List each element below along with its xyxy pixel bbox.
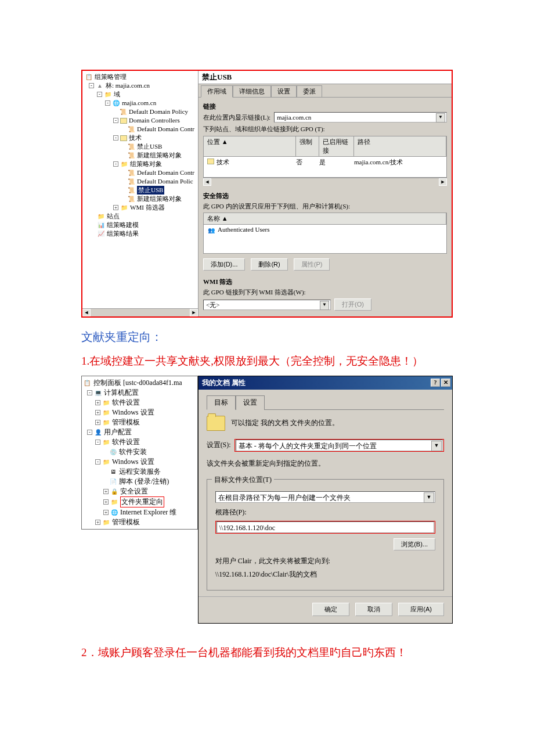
tree-ddc[interactable]: 📜Default Domain Contr	[84, 125, 198, 134]
node-scripts[interactable]: 📄脚本 (登录/注销)	[82, 477, 197, 487]
tree-modeling[interactable]: 📊组策略建模	[84, 221, 198, 229]
expand-icon[interactable]: +	[113, 205, 118, 210]
gpmc-tree-pane[interactable]: 📋组策略管理 -▲林: majia.com.cn -📁域 -🌐majia.com…	[82, 71, 199, 316]
col-name[interactable]: 名称 ▲	[204, 213, 446, 224]
tab-settings[interactable]: 设置	[271, 85, 297, 97]
tab-target[interactable]: 目标	[207, 395, 236, 410]
node-remote[interactable]: 🖥远程安装服务	[82, 467, 197, 477]
list-row[interactable]: 技术 否 是 majia.com.cn/技术	[204, 157, 446, 168]
tab-settings[interactable]: 设置	[236, 395, 265, 410]
tree-dc[interactable]: -Domain Controllers	[84, 116, 198, 125]
help-button[interactable]: ?	[431, 379, 440, 387]
links-section-title: 链接	[203, 102, 447, 111]
target-location-dropdown[interactable]: 在根目录路径下为每一用户创建一个文件夹	[215, 491, 435, 503]
remove-button[interactable]: 删除(R)	[251, 258, 287, 271]
folder-icon: 📁	[110, 498, 118, 506]
tree-results[interactable]: 📈组策略结果	[84, 229, 198, 238]
tree-forest[interactable]: -▲林: majia.com.cn	[84, 81, 198, 90]
users-icon: 👥	[207, 226, 215, 234]
tree-tech[interactable]: -技术	[84, 134, 198, 142]
col-enforced[interactable]: 强制	[296, 136, 319, 156]
dialog-tabs: 目标 设置	[207, 395, 444, 410]
browse-button[interactable]: 浏览(B)...	[394, 538, 435, 550]
tree-domain[interactable]: -🌐majia.com.cn	[84, 99, 198, 107]
ou-icon	[207, 159, 214, 164]
gpo-icon: 📜	[119, 108, 127, 116]
tree-sites[interactable]: 📁站点	[84, 212, 198, 221]
links-list-header[interactable]: 位置 ▲ 强制 已启用链接 路径	[203, 136, 447, 157]
add-button[interactable]: 添加(D)...	[203, 258, 245, 271]
node-admin[interactable]: +📁管理模板	[82, 417, 197, 427]
apply-button[interactable]: 应用(A)	[398, 603, 444, 616]
tab-scope[interactable]: 作用域	[201, 85, 233, 98]
wmi-dropdown[interactable]: <无>	[203, 300, 331, 310]
ou-icon	[120, 118, 127, 124]
tree-newgpo2[interactable]: 📜新建组策略对象	[84, 195, 198, 203]
lock-icon: 🔒	[110, 487, 118, 495]
col-enabled[interactable]: 已启用链接	[319, 136, 354, 156]
folder-icon: 📁	[102, 418, 110, 426]
computer-icon: 💻	[94, 388, 102, 397]
gpmc-window: 📋组策略管理 -▲林: majia.com.cn -📁域 -🌐majia.com…	[81, 70, 453, 318]
collapse-icon[interactable]: -	[113, 161, 118, 167]
collapse-icon[interactable]: -	[89, 83, 94, 88]
console-icon: 📋	[83, 379, 91, 387]
collapse-icon[interactable]: -	[97, 92, 102, 97]
node-user-config[interactable]: -👤用户配置	[82, 427, 197, 437]
node-folder-redir[interactable]: +📁文件夹重定向	[82, 496, 197, 507]
col-location[interactable]: 位置 ▲	[204, 136, 296, 156]
node-software[interactable]: +📁软件设置	[82, 398, 197, 408]
node-soft-install[interactable]: 💿软件安装	[82, 447, 197, 457]
tree-scrollbar[interactable]: ◄►	[82, 308, 198, 316]
tree-newgpo[interactable]: 📜新建组策略对象	[84, 151, 198, 160]
tab-details[interactable]: 详细信息	[233, 85, 271, 97]
root-path-input[interactable]: \\192.168.1.120\doc	[217, 521, 434, 533]
collapse-icon[interactable]: -	[113, 135, 118, 141]
secfilter-header[interactable]: 名称 ▲	[203, 213, 447, 225]
node-user-software[interactable]: -📁软件设置	[82, 437, 197, 447]
user-redirect-line2: \\192.168.1.120\doc\Clair\我的文档	[215, 570, 435, 579]
location-dropdown[interactable]: majia.com.cn	[274, 112, 447, 123]
collapse-icon[interactable]: -	[113, 118, 118, 123]
gpo-editor-tree[interactable]: 📋控制面板 [ustc-d00ada84f1.ma -💻计算机配置 +📁软件设置…	[81, 376, 198, 530]
cancel-button[interactable]: 取消	[355, 603, 392, 616]
folder-icon: 📁	[102, 458, 110, 466]
list-row[interactable]: 👥 Authenticated Users	[204, 225, 446, 235]
list-scrollbar[interactable]: ◄►	[203, 178, 447, 186]
tab-delegation[interactable]: 委派	[297, 85, 322, 97]
col-path[interactable]: 路径	[354, 136, 446, 156]
links-list[interactable]: 技术 否 是 majia.com.cn/技术	[203, 157, 447, 178]
tree-ddc2[interactable]: 📜Default Domain Contr	[84, 168, 198, 177]
tree-usb2-selected[interactable]: 📜禁止USB	[84, 186, 198, 195]
dialog-titlebar[interactable]: 我的文档 属性 ? ✕	[199, 376, 452, 390]
details-title: 禁止USB	[199, 71, 452, 84]
root-path-label: 根路径(P):	[215, 507, 435, 517]
node-windows[interactable]: +📁Windows 设置	[82, 408, 197, 417]
tree-root[interactable]: 📋组策略管理	[84, 73, 198, 81]
tree-gpo-container[interactable]: -📁组策略对象	[84, 160, 198, 168]
folder-icon: 📁	[120, 204, 128, 212]
gpo-icon: 📜	[127, 152, 135, 160]
tree-ddp[interactable]: 📜Default Domain Policy	[84, 107, 198, 116]
setting-dropdown[interactable]: 基本 - 将每个人的文件夹重定向到同一个位置	[236, 440, 443, 451]
node-user-admin[interactable]: +📁管理模板	[82, 517, 197, 527]
folder-icon: 📁	[102, 438, 110, 446]
node-computer-config[interactable]: -💻计算机配置	[82, 388, 197, 398]
tree-wmi[interactable]: +📁WMI 筛选器	[84, 203, 198, 212]
tree-domains[interactable]: -📁域	[84, 90, 198, 99]
node-security[interactable]: +🔒安全设置	[82, 487, 197, 496]
secfilter-list[interactable]: 👥 Authenticated Users	[203, 225, 447, 254]
ok-button[interactable]: 确定	[312, 603, 349, 616]
collapse-icon[interactable]: -	[105, 100, 110, 106]
gpo-icon: 📜	[127, 169, 135, 177]
node-user-windows[interactable]: -📁Windows 设置	[82, 457, 197, 467]
folder-icon: 📁	[120, 160, 128, 168]
tree-ddp2[interactable]: 📜Default Domain Polic	[84, 177, 198, 186]
domain-icon: 🌐	[112, 99, 120, 107]
tree-usb[interactable]: 📜禁止USB	[84, 142, 198, 151]
secfilter-label: 此 GPO 内的设置只应用于下列组、用户和计算机(S):	[203, 202, 447, 211]
node-ie[interactable]: +🌐Internet Explorer 维	[82, 507, 197, 517]
gpo-editor-root[interactable]: 📋控制面板 [ustc-d00ada84f1.ma	[82, 378, 197, 388]
folder-icon	[207, 416, 225, 431]
close-button[interactable]: ✕	[441, 379, 450, 387]
